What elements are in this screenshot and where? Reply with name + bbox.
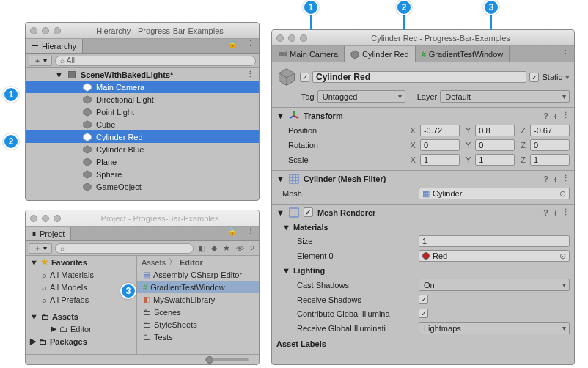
hierarchy-item[interactable]: Directional Light (26, 93, 259, 106)
hierarchy-item[interactable]: Sphere (26, 168, 259, 180)
window-min-icon[interactable] (42, 215, 49, 222)
transform-header[interactable]: ▼ Transform ?⫞⋮ (272, 108, 574, 123)
foldout-icon[interactable]: ▼ (55, 70, 63, 79)
window-max-icon[interactable] (300, 34, 307, 42)
hierarchy-search[interactable]: ⌕ All (55, 56, 256, 66)
receive-shadows-checkbox[interactable]: ✓ (419, 295, 428, 304)
tab-menu-icon[interactable]: ⋮ (242, 39, 259, 53)
material-element0-field[interactable]: Red⊙ (419, 250, 570, 262)
gameobject-icon[interactable] (276, 67, 297, 87)
position-x[interactable]: -0.72 (420, 125, 460, 136)
favorite-item[interactable]: ⌕All Materials (26, 268, 136, 281)
hierarchy-item[interactable]: Cube (26, 118, 259, 130)
tab-gradient-test[interactable]: #GradientTestWindow (416, 46, 510, 62)
project-breadcrumb[interactable]: Assets〉Editor (137, 256, 259, 268)
hidden-icon[interactable]: 👁 (235, 244, 246, 253)
mesh-field[interactable]: ▦Cylinder⊙ (419, 188, 570, 199)
scale-z[interactable]: 1 (530, 154, 570, 166)
object-picker-icon[interactable]: ⊙ (559, 251, 566, 261)
help-icon[interactable]: ? (543, 208, 548, 217)
file-item[interactable]: ◧MySwatchLibrary (137, 293, 259, 306)
filter-type-icon[interactable]: ◧ (196, 243, 207, 253)
foldout-icon[interactable]: ▶ (30, 336, 36, 346)
tab-main-camera[interactable]: Main Camera (272, 46, 345, 62)
scene-row[interactable]: ▼ SceneWithBakedLights* ⋮ (26, 68, 259, 81)
hierarchy-item-main-camera[interactable]: Main Camera (26, 81, 259, 93)
project-add-dropdown[interactable]: ＋ ▾ (29, 243, 52, 254)
foldout-icon[interactable]: ▼ (276, 208, 284, 217)
asset-labels-header[interactable]: Asset Labels (272, 336, 574, 351)
hierarchy-tab[interactable]: ☰ Hierarchy (26, 39, 83, 53)
tab-menu-icon[interactable]: ⋮ (242, 227, 259, 240)
lock-icon[interactable]: 🔒 (223, 39, 242, 53)
inspector-titlebar[interactable]: Cylinder Rec - Progress-Bar-Examples (272, 30, 574, 46)
foldout-icon[interactable]: ▼ (30, 258, 38, 267)
foldout-icon[interactable]: ▼ (30, 312, 38, 321)
scene-menu-icon[interactable]: ⋮ (246, 70, 259, 79)
window-min-icon[interactable] (288, 34, 295, 42)
zoom-slider[interactable] (205, 358, 249, 361)
object-picker-icon[interactable]: ⊙ (559, 189, 566, 199)
window-max-icon[interactable] (54, 27, 61, 34)
mesh-renderer-enabled-checkbox[interactable]: ✓ (304, 207, 313, 217)
file-item[interactable]: 🗀Scenes (137, 306, 259, 318)
project-search[interactable]: ⌕ (55, 243, 194, 254)
scale-y[interactable]: 1 (475, 154, 515, 166)
packages-header[interactable]: ▶🗀Packages (26, 335, 136, 347)
static-checkbox[interactable]: ✓ (529, 73, 539, 82)
receive-gi-dropdown[interactable]: Lightmaps (419, 322, 570, 334)
window-close-icon[interactable] (276, 34, 284, 42)
hierarchy-item[interactable]: Cylinder Blue (26, 143, 259, 155)
hierarchy-item[interactable]: Point Light (26, 106, 259, 118)
hierarchy-item-cylinder-red[interactable]: Cylinder Red (26, 130, 259, 143)
file-item-selected[interactable]: #GradientTestWindow (137, 281, 259, 293)
window-max-icon[interactable] (54, 215, 61, 222)
window-close-icon[interactable] (30, 27, 37, 34)
rotation-z[interactable]: 0 (530, 139, 570, 151)
tab-cylinder-red[interactable]: Cylinder Red (345, 46, 416, 62)
rotation-y[interactable]: 0 (475, 139, 515, 151)
static-dropdown-icon[interactable]: ▾ (565, 73, 570, 82)
foldout-icon[interactable]: ▼ (276, 111, 284, 120)
file-item[interactable]: ▤Assembly-CSharp-Editor- (137, 268, 259, 281)
window-min-icon[interactable] (42, 27, 49, 34)
filter-label-icon[interactable]: ◆ (210, 243, 218, 253)
scale-x[interactable]: 1 (420, 154, 460, 166)
preset-icon[interactable]: ⫞ (553, 111, 557, 120)
menu-icon[interactable]: ⋮ (562, 174, 570, 183)
assets-header[interactable]: ▼🗀Assets (26, 310, 136, 323)
hierarchy-add-dropdown[interactable]: ＋ ▾ (29, 56, 52, 66)
project-tab[interactable]: ∎ Project (26, 227, 71, 240)
hierarchy-item[interactable]: GameObject (26, 180, 259, 193)
gameobject-name-field[interactable]: Cylinder Red (312, 71, 526, 83)
window-close-icon[interactable] (30, 215, 37, 222)
foldout-icon[interactable]: ▼ (276, 266, 290, 275)
rotation-x[interactable]: 0 (420, 139, 460, 151)
menu-icon[interactable]: ⋮ (562, 111, 570, 120)
foldout-icon[interactable]: ▼ (276, 223, 290, 232)
gameobject-enabled-checkbox[interactable]: ✓ (300, 73, 309, 82)
position-y[interactable]: 0.8 (475, 125, 515, 136)
materials-size-field[interactable]: 1 (419, 235, 570, 247)
favorite-icon[interactable]: ★ (221, 243, 232, 253)
contribute-gi-checkbox[interactable]: ✓ (419, 309, 428, 318)
hierarchy-titlebar[interactable]: Hierarchy - Progress-Bar-Examples (26, 23, 259, 39)
menu-icon[interactable]: ⋮ (562, 207, 570, 217)
help-icon[interactable]: ? (543, 111, 548, 120)
preset-icon[interactable]: ⫞ (553, 208, 557, 217)
layer-dropdown[interactable]: Default (440, 90, 570, 103)
lighting-header[interactable]: Lighting (293, 266, 325, 275)
mesh-renderer-header[interactable]: ▼✓Mesh Renderer?⫞⋮ (272, 205, 574, 220)
position-z[interactable]: -0.67 (530, 125, 570, 136)
assets-child[interactable]: ▶🗀Editor (26, 323, 136, 335)
file-item[interactable]: 🗀StyleSheets (137, 318, 259, 331)
materials-header[interactable]: Materials (293, 223, 328, 232)
mesh-filter-header[interactable]: ▼Cylinder (Mesh Filter)?⫞⋮ (272, 171, 574, 186)
favorites-header[interactable]: ▼★Favorites (26, 256, 136, 268)
hierarchy-item[interactable]: Plane (26, 155, 259, 168)
tab-menu-icon[interactable]: ⋮ (557, 46, 574, 62)
foldout-icon[interactable]: ▶ (51, 324, 56, 334)
project-titlebar[interactable]: Project - Progress-Bar-Examples (26, 210, 259, 227)
crumb-child[interactable]: Editor (180, 258, 203, 267)
help-icon[interactable]: ? (543, 174, 548, 183)
